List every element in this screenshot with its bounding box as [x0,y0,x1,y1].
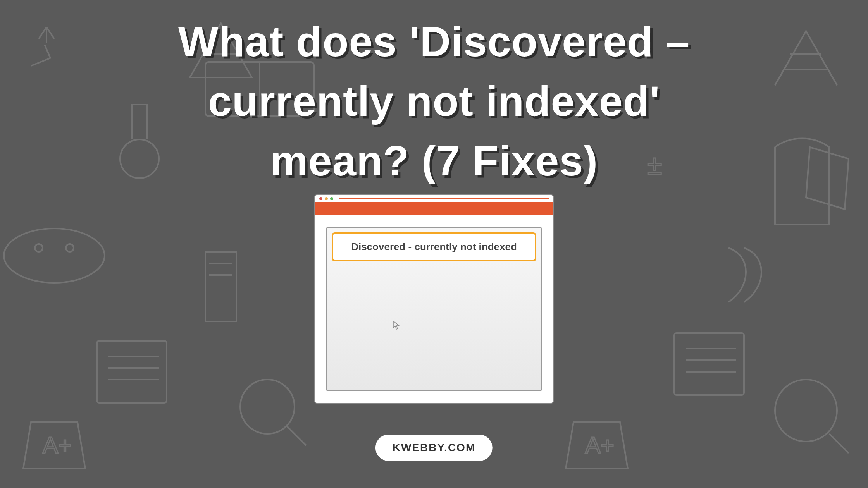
browser-body: Discovered - currently not indexed [315,215,553,403]
svg-text:A+: A+ [43,432,72,458]
svg-line-9 [287,426,306,445]
svg-point-2 [35,244,43,252]
svg-rect-4 [97,341,167,403]
browser-titlebar [315,195,553,202]
window-close-icon [319,197,322,200]
cursor-icon [393,321,400,330]
content-panel: Discovered - currently not indexed [326,227,542,391]
address-bar-line [339,198,549,199]
svg-point-3 [66,244,74,252]
svg-rect-21 [205,252,236,321]
svg-line-16 [829,434,849,453]
svg-rect-11 [674,333,744,395]
status-message: Discovered - currently not indexed [332,232,536,261]
svg-point-15 [775,380,837,442]
window-maximize-icon [330,197,333,200]
browser-window: Discovered - currently not indexed [314,194,554,404]
svg-point-1 [4,229,105,283]
site-badge: KWEBBY.COM [375,435,493,461]
page-title: What does 'Discovered – currently not in… [143,12,725,191]
svg-text:A+: A+ [585,432,614,458]
browser-header-bar [315,202,553,215]
svg-point-8 [240,380,294,434]
window-minimize-icon [325,197,328,200]
